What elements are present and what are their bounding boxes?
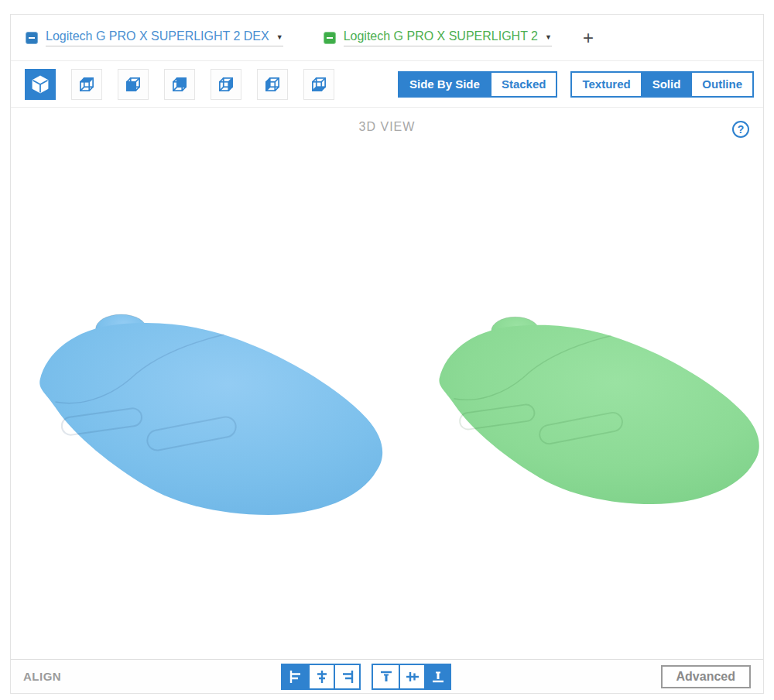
remove-mouse-right-icon[interactable] [324,32,336,44]
cube-back-face-icon [170,74,190,94]
cube-left-face-icon [262,74,283,94]
mouse-selector-left[interactable]: Logitech G PRO X SUPERLIGHT 2 DEX ▼ [26,29,283,46]
mouse-selector-right-label[interactable]: Logitech G PRO X SUPERLIGHT 2 [344,29,538,43]
horizontal-align-group [281,664,361,690]
align-center-horizontal-button[interactable] [308,665,334,688]
viewport-title: 3D VIEW [11,120,763,134]
align-bottom-button[interactable] [424,665,450,688]
advanced-button[interactable]: Advanced [661,665,751,688]
align-top-button[interactable] [373,665,399,688]
solid-button[interactable]: Solid [641,73,691,96]
side-by-side-button[interactable]: Side By Side [399,73,490,96]
view-toolbar: Side By Side Stacked Textured Solid Outl… [11,61,763,108]
view-top-button[interactable] [71,69,102,100]
align-bottom-icon [430,669,446,685]
mouse-selector-left-label[interactable]: Logitech G PRO X SUPERLIGHT 2 DEX [46,29,269,43]
cube-top-face-icon [77,74,97,94]
align-center-horizontal-icon [314,669,330,685]
cube-solid-icon [30,74,50,94]
align-right-icon [340,669,355,685]
selector-bar: Logitech G PRO X SUPERLIGHT 2 DEX ▼ Logi… [11,15,763,61]
chevron-down-icon: ▼ [276,32,283,41]
view-bottom-button[interactable] [303,69,334,100]
align-left-icon [288,669,303,685]
align-middle-vertical-button[interactable] [399,665,424,688]
viewport-3d[interactable]: 3D VIEW ? [11,108,763,659]
mouse-comparison-panel: Logitech G PRO X SUPERLIGHT 2 DEX ▼ Logi… [10,14,764,694]
mouse-model-blue[interactable] [30,306,390,527]
help-icon[interactable]: ? [732,121,749,138]
align-left-button[interactable] [283,665,308,688]
cube-front-face-icon [123,74,143,94]
view-back-button[interactable] [164,69,195,100]
mouse-model-green[interactable] [430,309,763,515]
render-mode-toggle: Textured Solid Outline [570,71,754,98]
layout-toggle: Side By Side Stacked [398,71,557,98]
stacked-button[interactable]: Stacked [490,73,557,96]
cube-bottom-face-icon [309,74,329,94]
view-left-button[interactable] [257,69,288,100]
align-label: ALIGN [23,670,61,683]
remove-mouse-left-icon[interactable] [26,32,38,44]
align-button-groups [281,664,451,690]
mouse-selector-right[interactable]: Logitech G PRO X SUPERLIGHT 2 ▼ [324,29,552,46]
view-right-button[interactable] [211,69,241,100]
vertical-align-group [372,664,451,690]
align-middle-vertical-icon [405,669,420,685]
align-right-button[interactable] [334,665,359,688]
add-mouse-button[interactable]: + [583,29,594,47]
view-front-button[interactable] [118,69,149,100]
textured-button[interactable]: Textured [572,73,640,96]
chevron-down-icon: ▼ [545,32,552,41]
cube-right-face-icon [216,74,236,94]
align-top-icon [378,669,394,685]
outline-button[interactable]: Outline [690,73,752,96]
align-bar: ALIGN [11,659,763,693]
view-default-button[interactable] [25,69,56,100]
